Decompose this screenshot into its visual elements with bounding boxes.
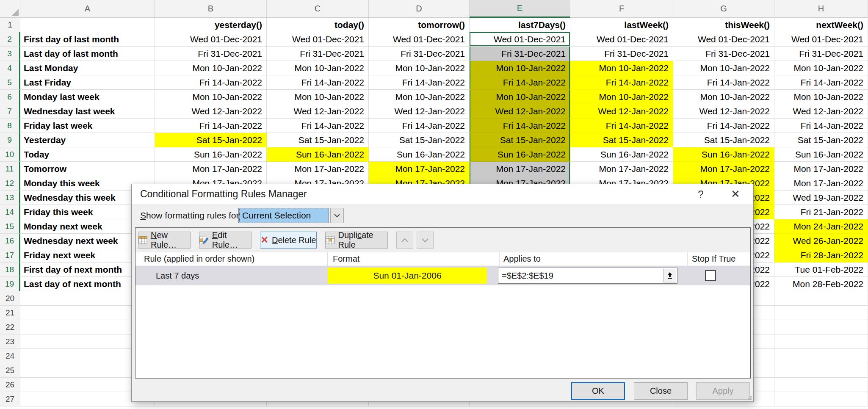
cell-A5[interactable]: Last Friday <box>20 75 155 90</box>
cell-E3[interactable]: Fri 31-Dec-2021 <box>470 47 570 61</box>
cell-H27[interactable] <box>774 392 868 406</box>
row-header-13[interactable]: 13 <box>0 191 20 205</box>
row-header-16[interactable]: 16 <box>0 234 20 248</box>
cell-A4[interactable]: Last Monday <box>20 61 155 75</box>
column-header-H[interactable]: H <box>774 0 868 18</box>
row-header-10[interactable]: 10 <box>0 147 20 162</box>
cell-C6[interactable]: Mon 10-Jan-2022 <box>267 90 369 104</box>
cell-G7[interactable]: Wed 12-Jan-2022 <box>673 104 774 119</box>
cell-F10[interactable]: Sun 16-Jan-2022 <box>570 147 673 162</box>
cell-H14[interactable]: Fri 21-Jan-2022 <box>774 205 868 219</box>
cell-B4[interactable]: Mon 10-Jan-2022 <box>155 61 267 75</box>
row-header-20[interactable]: 20 <box>0 291 20 306</box>
cell-B11[interactable]: Mon 17-Jan-2022 <box>155 162 267 176</box>
cell-D7[interactable]: Wed 12-Jan-2022 <box>369 104 470 119</box>
cell-D10[interactable]: Sun 16-Jan-2022 <box>369 147 470 162</box>
cell-B9[interactable]: Sat 15-Jan-2022 <box>155 133 267 147</box>
column-header-F[interactable]: F <box>570 0 673 18</box>
cell-C5[interactable]: Fri 14-Jan-2022 <box>267 75 369 90</box>
cell-E8[interactable]: Fri 14-Jan-2022 <box>470 119 570 133</box>
row-header-26[interactable]: 26 <box>0 378 20 392</box>
row-header-7[interactable]: 7 <box>0 104 20 119</box>
cell-H12[interactable]: Mon 17-Jan-2022 <box>774 176 868 191</box>
move-rule-down-button[interactable] <box>417 232 434 249</box>
cell-A8[interactable]: Friday last week <box>20 119 155 133</box>
cell-H10[interactable]: Sun 16-Jan-2022 <box>774 147 868 162</box>
cell-C9[interactable]: Sat 15-Jan-2022 <box>267 133 369 147</box>
cell-D4[interactable]: Mon 10-Jan-2022 <box>369 61 470 75</box>
row-header-18[interactable]: 18 <box>0 263 20 277</box>
row-header-1[interactable]: 1 <box>0 18 20 32</box>
cell-H3[interactable]: Fri 31-Dec-2021 <box>774 47 868 61</box>
cell-F11[interactable]: Mon 17-Jan-2022 <box>570 162 673 176</box>
cell-G2[interactable]: Wed 01-Dec-2021 <box>673 32 774 47</box>
row-header-15[interactable]: 15 <box>0 219 20 234</box>
cell-F8[interactable]: Fri 14-Jan-2022 <box>570 119 673 133</box>
cell-D9[interactable]: Sat 15-Jan-2022 <box>369 133 470 147</box>
row-header-19[interactable]: 19 <box>0 277 20 291</box>
column-header-G[interactable]: G <box>673 0 774 18</box>
column-header-A[interactable]: A <box>20 0 155 18</box>
applies-to-value[interactable]: =$E$2:$E$19 <box>498 271 663 281</box>
row-header-25[interactable]: 25 <box>0 363 20 378</box>
column-header-B[interactable]: B <box>155 0 267 18</box>
cell-C1[interactable]: today() <box>267 18 369 32</box>
cell-H1[interactable]: nextWeek() <box>774 18 868 32</box>
resize-grip[interactable] <box>746 395 752 400</box>
cell-H26[interactable] <box>774 378 868 392</box>
cell-B10[interactable]: Sun 16-Jan-2022 <box>155 147 267 162</box>
row-header-6[interactable]: 6 <box>0 90 20 104</box>
cell-G8[interactable]: Fri 14-Jan-2022 <box>673 119 774 133</box>
cell-G4[interactable]: Mon 10-Jan-2022 <box>673 61 774 75</box>
cell-F7[interactable]: Wed 12-Jan-2022 <box>570 104 673 119</box>
cell-F5[interactable]: Fri 14-Jan-2022 <box>570 75 673 90</box>
cell-D11[interactable]: Mon 17-Jan-2022 <box>369 162 470 176</box>
cell-E10[interactable]: Sun 16-Jan-2022 <box>470 147 570 162</box>
cell-B2[interactable]: Wed 01-Dec-2021 <box>155 32 267 47</box>
dialog-title-bar[interactable]: Conditional Formatting Rules Manager ? ✕ <box>132 184 753 204</box>
row-header-24[interactable]: 24 <box>0 349 20 363</box>
row-header-5[interactable]: 5 <box>0 75 20 90</box>
cell-H9[interactable]: Sat 15-Jan-2022 <box>774 133 868 147</box>
cell-E7[interactable]: Wed 12-Jan-2022 <box>470 104 570 119</box>
close-button[interactable]: Close <box>634 382 688 400</box>
cell-A11[interactable]: Tomorrow <box>20 162 155 176</box>
cell-G10[interactable]: Sun 16-Jan-2022 <box>673 147 774 162</box>
cell-D6[interactable]: Mon 10-Jan-2022 <box>369 90 470 104</box>
cell-C8[interactable]: Fri 14-Jan-2022 <box>267 119 369 133</box>
cell-G1[interactable]: thisWeek() <box>673 18 774 32</box>
cell-G5[interactable]: Fri 14-Jan-2022 <box>673 75 774 90</box>
help-icon[interactable]: ? <box>692 184 709 204</box>
row-header-23[interactable]: 23 <box>0 334 20 349</box>
cell-B8[interactable]: Fri 14-Jan-2022 <box>155 119 267 133</box>
select-all-corner[interactable] <box>0 0 20 18</box>
cell-F4[interactable]: Mon 10-Jan-2022 <box>570 61 673 75</box>
cell-G3[interactable]: Fri 31-Dec-2021 <box>673 47 774 61</box>
range-picker-button[interactable] <box>663 269 676 282</box>
cell-H6[interactable]: Mon 10-Jan-2022 <box>774 90 868 104</box>
cell-H20[interactable] <box>774 291 868 306</box>
move-rule-up-button[interactable] <box>396 232 413 249</box>
cell-D1[interactable]: tomorrow() <box>369 18 470 32</box>
cell-D8[interactable]: Fri 14-Jan-2022 <box>369 119 470 133</box>
cell-H4[interactable]: Mon 10-Jan-2022 <box>774 61 868 75</box>
cell-C3[interactable]: Fri 31-Dec-2021 <box>267 47 369 61</box>
stop-if-true-checkbox[interactable] <box>705 270 716 281</box>
cell-A3[interactable]: Last day of last month <box>20 47 155 61</box>
combobox-dropdown-button[interactable] <box>330 208 344 223</box>
row-header-14[interactable]: 14 <box>0 205 20 219</box>
cell-A6[interactable]: Monday last week <box>20 90 155 104</box>
cell-H23[interactable] <box>774 334 868 349</box>
cell-F6[interactable]: Mon 10-Jan-2022 <box>570 90 673 104</box>
cell-E5[interactable]: Fri 14-Jan-2022 <box>470 75 570 90</box>
row-header-9[interactable]: 9 <box>0 133 20 147</box>
delete-rule-button[interactable]: ✕ Delete Rule <box>260 232 317 249</box>
cell-G6[interactable]: Mon 10-Jan-2022 <box>673 90 774 104</box>
cell-C7[interactable]: Wed 12-Jan-2022 <box>267 104 369 119</box>
cell-H18[interactable]: Tue 01-Feb-2022 <box>774 263 868 277</box>
cell-H15[interactable]: Mon 24-Jan-2022 <box>774 219 868 234</box>
close-icon[interactable]: ✕ <box>727 184 744 204</box>
cell-D2[interactable]: Wed 01-Dec-2021 <box>369 32 470 47</box>
duplicate-rule-button[interactable]: Duplicate Rule <box>325 232 388 249</box>
cell-H13[interactable]: Wed 19-Jan-2022 <box>774 191 868 205</box>
